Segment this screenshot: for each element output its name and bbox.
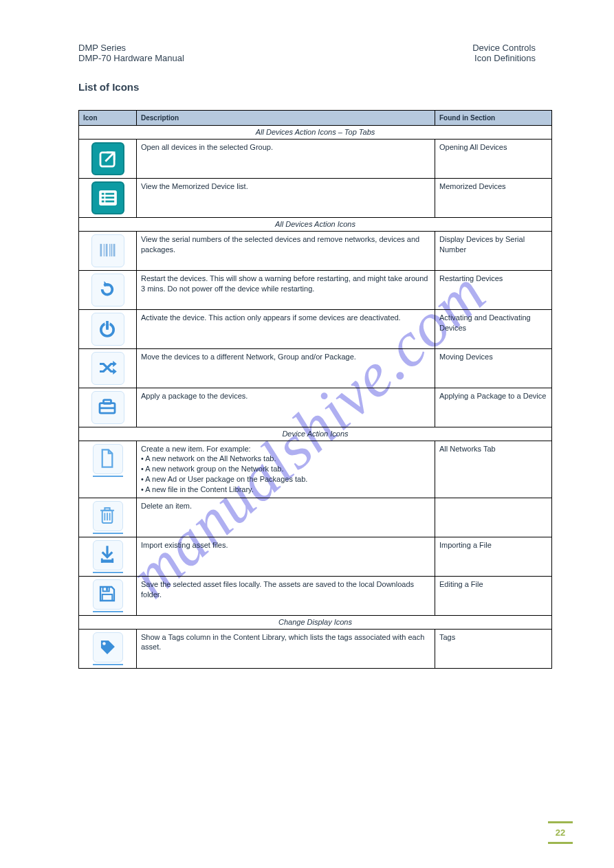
- description: Show a Tags column in the Content Librar…: [137, 629, 435, 668]
- section-header: Change Display Icons: [79, 615, 552, 629]
- svg-rect-30: [111, 558, 113, 562]
- section-header: Device Action Icons: [79, 427, 552, 441]
- description: Import existing asset files.: [137, 537, 435, 576]
- svg-rect-29: [100, 558, 102, 562]
- table-row: Restart the devices. This will show a wa…: [79, 270, 552, 309]
- trash-icon[interactable]: [93, 501, 123, 531]
- svg-rect-23: [105, 508, 109, 511]
- col-icon: Icon: [79, 111, 137, 126]
- section-link[interactable]: Restarting Devices: [435, 270, 552, 309]
- table-row: Open all devices in the selected Group. …: [79, 139, 552, 178]
- list-icon[interactable]: [91, 181, 124, 214]
- description: Restart the devices. This will show a wa…: [137, 270, 435, 309]
- page-title: List of Icons: [78, 81, 139, 93]
- col-section: Found in Section: [435, 111, 552, 126]
- table-row: Activate the device. This action only ap…: [79, 309, 552, 348]
- svg-rect-28: [100, 559, 113, 563]
- section-link[interactable]: Opening All Devices: [435, 139, 552, 178]
- description: Save the selected asset files locally. T…: [137, 576, 435, 615]
- svg-rect-3: [105, 193, 114, 195]
- table-row: Save the selected asset files locally. T…: [79, 576, 552, 615]
- header-left-line1: DMP Series: [78, 43, 184, 53]
- section-link[interactable]: Activating and Deactivating Devices: [435, 309, 552, 348]
- table-row: Delete an item.: [79, 498, 552, 537]
- icon-definitions-table: Icon Description Found in Section All De…: [78, 110, 552, 669]
- header-right: Device Controls Icon Definitions: [472, 43, 536, 63]
- table-row: View the serial numbers of the selected …: [79, 231, 552, 270]
- table-row: Show a Tags column in the Content Librar…: [79, 629, 552, 668]
- page-number: 22: [548, 825, 573, 840]
- table-row: View the Memorized Device list. Memorize…: [79, 178, 552, 217]
- file-icon[interactable]: [93, 444, 123, 474]
- header-right-line2: Icon Definitions: [472, 53, 536, 63]
- section-header: All Devices Action Icons – Top Tabs: [79, 126, 552, 140]
- section-link[interactable]: Memorized Devices: [435, 178, 552, 217]
- header-left-line2: DMP-70 Hardware Manual: [78, 53, 184, 63]
- svg-rect-4: [101, 197, 104, 199]
- barcode-icon[interactable]: [91, 234, 124, 267]
- svg-rect-19: [103, 400, 111, 404]
- description: Move the devices to a different Network,…: [137, 348, 435, 388]
- section-link[interactable]: [435, 498, 552, 537]
- section-header: All Devices Action Icons: [79, 217, 552, 231]
- table-row: Create a new item. For example: • A new …: [79, 441, 552, 498]
- description: Delete an item.: [137, 498, 435, 537]
- table-row: Import existing asset files. Importing a…: [79, 537, 552, 576]
- description: View the Memorized Device list.: [137, 178, 435, 217]
- section-link[interactable]: Editing a File: [435, 576, 552, 615]
- save-icon[interactable]: [93, 579, 123, 610]
- section-link[interactable]: All Networks Tab: [435, 441, 552, 498]
- refresh-icon[interactable]: [91, 274, 124, 307]
- table-row: Apply a package to the devices. Applying…: [79, 388, 552, 427]
- description: Activate the device. This action only ap…: [137, 309, 435, 348]
- table-row: Move the devices to a different Network,…: [79, 348, 552, 388]
- svg-rect-33: [106, 588, 108, 591]
- power-icon[interactable]: [91, 313, 124, 346]
- description: Open all devices in the selected Group.: [137, 139, 435, 178]
- svg-point-34: [102, 642, 106, 645]
- svg-rect-2: [101, 193, 104, 195]
- description: Create a new item. For example: • A new …: [137, 441, 435, 498]
- section-link[interactable]: Moving Devices: [435, 348, 552, 388]
- description: Apply a package to the devices.: [137, 388, 435, 427]
- page-number-badge: 22: [548, 819, 573, 846]
- download-icon[interactable]: [93, 540, 123, 570]
- svg-rect-5: [105, 197, 114, 199]
- open-external-icon[interactable]: [91, 142, 124, 175]
- header-left: DMP Series DMP-70 Hardware Manual: [78, 43, 184, 63]
- section-link[interactable]: Tags: [435, 629, 552, 668]
- svg-rect-32: [102, 594, 112, 601]
- shuffle-icon[interactable]: [91, 352, 124, 385]
- description: View the serial numbers of the selected …: [137, 231, 435, 270]
- section-link[interactable]: Importing a File: [435, 537, 552, 576]
- tag-icon[interactable]: [93, 632, 123, 663]
- section-link[interactable]: Display Devices by Serial Number: [435, 231, 552, 270]
- svg-rect-7: [105, 201, 114, 203]
- svg-rect-6: [101, 201, 104, 203]
- col-description: Description: [137, 111, 435, 126]
- briefcase-icon[interactable]: [91, 391, 124, 424]
- section-link[interactable]: Applying a Package to a Device: [435, 388, 552, 427]
- header-right-line1: Device Controls: [472, 43, 536, 53]
